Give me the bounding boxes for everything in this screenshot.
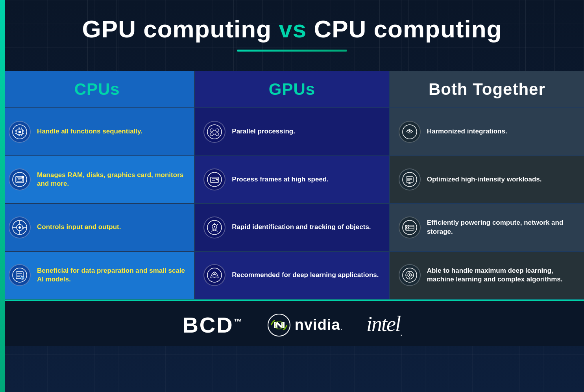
svg-point-38 xyxy=(216,129,219,132)
both-icon-4 xyxy=(399,264,421,286)
svg-rect-17 xyxy=(17,178,22,181)
cpu-row-1-text: Handle all functions sequentially. xyxy=(37,127,142,136)
gpu-row-1: Parallel processing. xyxy=(195,108,389,156)
svg-rect-77 xyxy=(406,229,407,229)
both-row-4-text: Able to handle maximum deep learning, ma… xyxy=(427,266,575,285)
both-icon-2 xyxy=(399,168,421,190)
both-row-1: Harmonized integrations. xyxy=(390,108,584,156)
svg-line-58 xyxy=(216,277,218,278)
cpus-column: CPUs xyxy=(0,71,195,300)
cpu-icon-2 xyxy=(9,168,31,190)
cpus-column-title: CPUs xyxy=(74,80,120,98)
both-icon-1 xyxy=(399,121,421,143)
svg-point-61 xyxy=(409,129,410,131)
both-row-1-text: Harmonized integrations. xyxy=(427,127,507,136)
gpu-row-3-text: Rapid identification and tracking of obj… xyxy=(232,223,371,232)
cpus-column-header: CPUs xyxy=(0,71,194,108)
gpu-icon-3 xyxy=(203,216,225,239)
gpus-column-title: GPUs xyxy=(269,80,315,98)
cpu-row-3-text: Controls input and output. xyxy=(37,223,121,232)
header-underline xyxy=(237,50,347,52)
nvidia-logo-text: nvidia. xyxy=(295,316,343,333)
page-title: GPU computing vs CPU computing xyxy=(8,16,576,43)
nvidia-brand: nvidia. xyxy=(267,313,343,337)
bcd-brand: BCD™ xyxy=(182,312,243,338)
gpu-row-4: Recommended for deep learning applicatio… xyxy=(195,252,389,300)
cpu-row-4-text: Beneficial for data preparation and smal… xyxy=(37,266,185,285)
svg-rect-75 xyxy=(406,227,407,228)
footer: BCD™ nvidia. intel. xyxy=(0,300,584,346)
svg-text:AI: AI xyxy=(22,277,24,279)
svg-point-40 xyxy=(216,133,219,136)
title-cpu-part: CPU computing xyxy=(307,15,502,43)
svg-point-52 xyxy=(214,226,215,227)
svg-point-56 xyxy=(213,274,216,277)
cpu-row-1: Handle all functions sequentially. xyxy=(0,108,194,156)
svg-rect-74 xyxy=(408,226,409,226)
both-row-4: Able to handle maximum deep learning, ma… xyxy=(390,252,584,300)
gpu-row-2-text: Process frames at high speed. xyxy=(232,175,329,184)
cpu-icon-3 xyxy=(9,216,31,239)
both-row-3-text: Efficiently powering compute, network an… xyxy=(427,218,575,237)
cpu-row-2-text: Manages RAM, disks, graphics card, monit… xyxy=(37,171,185,189)
svg-point-55 xyxy=(207,268,222,282)
svg-point-39 xyxy=(210,133,213,136)
svg-point-15 xyxy=(13,172,27,187)
header: GPU computing vs CPU computing xyxy=(0,0,584,63)
svg-point-86 xyxy=(409,274,410,276)
intel-logo-text: intel. xyxy=(366,312,401,338)
svg-point-45 xyxy=(207,172,222,187)
both-icon-3 xyxy=(399,216,421,239)
gpu-row-4-text: Recommended for deep learning applicatio… xyxy=(232,271,379,280)
svg-rect-73 xyxy=(406,226,407,226)
cpu-row-3: Controls input and output. xyxy=(0,204,194,252)
gpu-icon-2 xyxy=(203,168,225,190)
svg-point-69 xyxy=(403,220,417,235)
svg-point-23 xyxy=(18,226,21,229)
gpu-row-1-text: Parallel processing. xyxy=(232,127,295,136)
left-accent-bar xyxy=(0,0,5,392)
bcd-logo-text: BCD™ xyxy=(182,312,243,338)
gpu-icon-4 xyxy=(203,264,225,286)
gpu-row-3: Rapid identification and tracking of obj… xyxy=(195,204,389,252)
gpu-icon-1 xyxy=(203,121,225,143)
gpu-row-2: Process frames at high speed. xyxy=(195,156,389,204)
svg-rect-14 xyxy=(18,131,21,133)
svg-line-54 xyxy=(217,224,218,225)
both-row-2-text: Optimized high-intensity workloads. xyxy=(427,175,542,184)
title-vs: vs xyxy=(279,15,307,43)
svg-rect-76 xyxy=(408,227,409,228)
svg-rect-78 xyxy=(408,229,409,229)
cpu-icon-1 xyxy=(9,121,31,143)
gpus-column-header: GPUs xyxy=(195,71,389,108)
svg-point-20 xyxy=(22,176,24,178)
svg-point-36 xyxy=(207,125,222,139)
both-row-2: Optimized high-intensity workloads. xyxy=(390,156,584,204)
both-column-header: Both Together xyxy=(390,71,584,108)
both-column-title: Both Together xyxy=(429,80,545,98)
cpu-row-2: Manages RAM, disks, graphics card, monit… xyxy=(0,156,194,204)
svg-point-37 xyxy=(210,129,213,132)
both-column: Both Together Harmonized integrations. xyxy=(390,71,584,300)
svg-line-57 xyxy=(211,277,213,278)
title-gpu-part: GPU computing xyxy=(82,15,279,43)
cpu-row-4: AI Beneficial for data preparation and s… xyxy=(0,252,194,300)
gpus-column: GPUs Parallel processing. xyxy=(195,71,390,300)
nvidia-logo-icon xyxy=(267,313,291,337)
main-content: CPUs xyxy=(0,71,584,300)
cpu-icon-4: AI xyxy=(9,264,31,286)
both-row-3: Efficiently powering compute, network an… xyxy=(390,204,584,252)
intel-brand: intel. xyxy=(366,312,401,338)
